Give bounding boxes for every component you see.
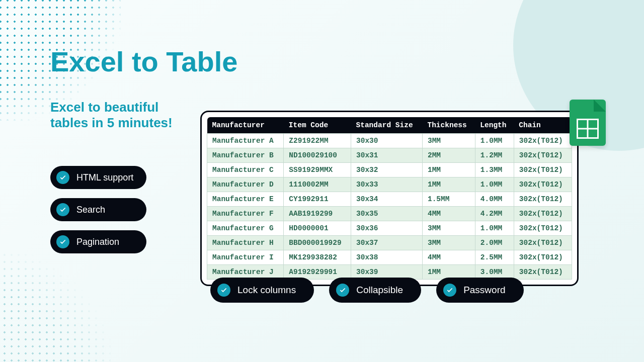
table-cell: 30x37 bbox=[351, 236, 423, 250]
table-cell: 4MM bbox=[422, 250, 475, 265]
table-cell: 1MM bbox=[422, 163, 475, 177]
table-row: Manufacturer HBBD00001992930x373MM2.0MM3… bbox=[207, 236, 572, 250]
table-cell: 30x30 bbox=[351, 134, 423, 148]
table-cell: 30x38 bbox=[351, 250, 423, 265]
feature-label: HTML support bbox=[76, 172, 133, 183]
table-cell: HD0000001 bbox=[284, 221, 351, 236]
table-header-cell: Thickness bbox=[422, 117, 475, 134]
table-cell: 302x(T012) bbox=[514, 134, 572, 148]
google-sheets-icon bbox=[570, 100, 606, 146]
table-header-cell: Length bbox=[475, 117, 514, 134]
table-row: Manufacturer FAAB191929930x354MM4.2MM302… bbox=[207, 207, 572, 221]
table-cell: 3MM bbox=[422, 221, 475, 236]
feature-label: Lock columns bbox=[237, 285, 296, 296]
table-header-cell: Item Code bbox=[284, 117, 351, 134]
check-icon bbox=[56, 203, 69, 216]
table-header-cell: Manufacturer bbox=[207, 117, 284, 134]
table-cell: 1.5MM bbox=[422, 192, 475, 207]
table-row: Manufacturer ECY199291130x341.5MM4.0MM30… bbox=[207, 192, 572, 207]
decorative-dots-bottom bbox=[0, 251, 111, 362]
table-cell: Manufacturer G bbox=[207, 221, 284, 236]
table-cell: 2.5MM bbox=[475, 250, 514, 265]
table-row: Manufacturer D1110002MM30x331MM1.0MM302x… bbox=[207, 177, 572, 192]
feature-left-0: HTML support bbox=[50, 166, 146, 189]
table-cell: 4MM bbox=[422, 207, 475, 221]
table-cell: 1.3MM bbox=[475, 163, 514, 177]
check-icon bbox=[56, 171, 69, 184]
table-cell: 3MM bbox=[422, 134, 475, 148]
table-cell: Manufacturer F bbox=[207, 207, 284, 221]
table-cell: AAB1919299 bbox=[284, 207, 351, 221]
table-row: Manufacturer BND10002910030x312MM1.2MM30… bbox=[207, 148, 572, 163]
table-header-cell: Chain bbox=[514, 117, 572, 134]
feature-bottom-0: Lock columns bbox=[210, 278, 314, 303]
table-header-row: ManufacturerItem CodeStandard SizeThickn… bbox=[207, 117, 572, 134]
table-cell: 30x31 bbox=[351, 148, 423, 163]
feature-bottom-1: Collapsible bbox=[329, 278, 421, 303]
table-row: Manufacturer CSS91929MMX30x321MM1.3MM302… bbox=[207, 163, 572, 177]
table-cell: ND100029100 bbox=[284, 148, 351, 163]
table-cell: 30x36 bbox=[351, 221, 423, 236]
page-subtitle: Excel to beautiful tables in 5 minutes! bbox=[50, 100, 181, 131]
table-cell: 4.0MM bbox=[475, 192, 514, 207]
table-row: Manufacturer AZ291922MM30x303MM1.0MM302x… bbox=[207, 134, 572, 148]
feature-label: Password bbox=[463, 285, 505, 296]
table-cell: 302x(T012) bbox=[514, 236, 572, 250]
table-cell: 1.0MM bbox=[475, 134, 514, 148]
table-cell: Z291922MM bbox=[284, 134, 351, 148]
table-cell: 1.0MM bbox=[475, 177, 514, 192]
data-table: ManufacturerItem CodeStandard SizeThickn… bbox=[207, 117, 572, 280]
table-cell: 302x(T012) bbox=[514, 163, 572, 177]
feature-list-bottom: Lock columnsCollapsiblePassword bbox=[210, 278, 524, 303]
table-cell: 30x34 bbox=[351, 192, 423, 207]
page-title: Excel to Table bbox=[50, 45, 237, 78]
table-cell: 1.0MM bbox=[475, 221, 514, 236]
table-cell: 1.2MM bbox=[475, 148, 514, 163]
table-cell: Manufacturer A bbox=[207, 134, 284, 148]
table-cell: MK129938282 bbox=[284, 250, 351, 265]
table-cell: 302x(T012) bbox=[514, 250, 572, 265]
check-icon bbox=[336, 284, 349, 297]
table-cell: 2MM bbox=[422, 148, 475, 163]
table-cell: 30x32 bbox=[351, 163, 423, 177]
table-cell: 30x33 bbox=[351, 177, 423, 192]
table-cell: 1MM bbox=[422, 177, 475, 192]
table-cell: 1110002MM bbox=[284, 177, 351, 192]
table-cell: Manufacturer I bbox=[207, 250, 284, 265]
table-cell: Manufacturer C bbox=[207, 163, 284, 177]
table-cell: 4.2MM bbox=[475, 207, 514, 221]
table-cell: Manufacturer E bbox=[207, 192, 284, 207]
feature-label: Collapsible bbox=[356, 285, 403, 296]
table-row: Manufacturer IMK12993828230x384MM2.5MM30… bbox=[207, 250, 572, 265]
table-header-cell: Standard Size bbox=[351, 117, 423, 134]
feature-label: Pagination bbox=[76, 237, 119, 247]
table-cell: 302x(T012) bbox=[514, 177, 572, 192]
table-cell: 2.0MM bbox=[475, 236, 514, 250]
feature-left-2: Pagination bbox=[50, 230, 146, 253]
check-icon bbox=[56, 235, 69, 248]
table-cell: 3MM bbox=[422, 236, 475, 250]
feature-list-left: HTML supportSearchPagination bbox=[50, 166, 146, 253]
table-cell: SS91929MMX bbox=[284, 163, 351, 177]
table-cell: 302x(T012) bbox=[514, 221, 572, 236]
table-body: Manufacturer AZ291922MM30x303MM1.0MM302x… bbox=[207, 134, 572, 280]
table-cell: 302x(T012) bbox=[514, 192, 572, 207]
feature-label: Search bbox=[76, 205, 105, 215]
table-cell: Manufacturer D bbox=[207, 177, 284, 192]
check-icon bbox=[217, 284, 230, 297]
feature-bottom-2: Password bbox=[436, 278, 523, 303]
table-cell: BBD000019929 bbox=[284, 236, 351, 250]
table-cell: 302x(T012) bbox=[514, 148, 572, 163]
table-row: Manufacturer GHD000000130x363MM1.0MM302x… bbox=[207, 221, 572, 236]
table-cell: 30x35 bbox=[351, 207, 423, 221]
table-cell: Manufacturer B bbox=[207, 148, 284, 163]
table-cell: 302x(T012) bbox=[514, 207, 572, 221]
data-table-frame: ManufacturerItem CodeStandard SizeThickn… bbox=[200, 111, 579, 286]
table-cell: Manufacturer H bbox=[207, 236, 284, 250]
feature-left-1: Search bbox=[50, 198, 146, 221]
table-cell: CY1992911 bbox=[284, 192, 351, 207]
check-icon bbox=[443, 284, 456, 297]
